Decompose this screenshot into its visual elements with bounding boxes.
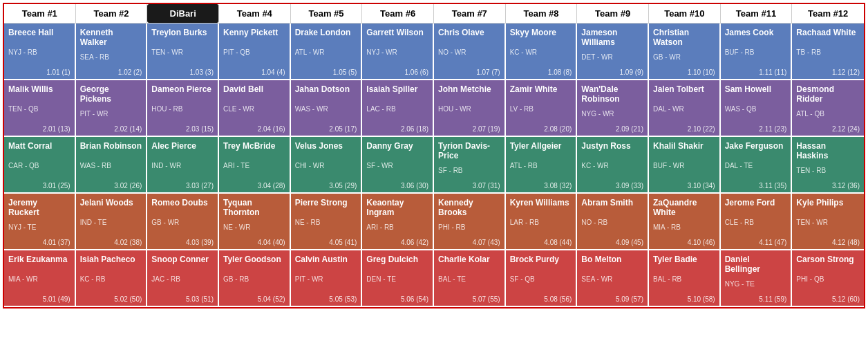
player-name: ZaQuandre White (653, 198, 715, 218)
pick-cell: Kyren WilliamsLAR - RB4.08 (44) (506, 194, 578, 249)
pick-cell: Treylon BurksTEN - WR1.03 (3) (147, 24, 219, 79)
pick-number: 1.11 (11) (725, 68, 787, 76)
pick-cell: Tyler GoodsonGB - RB5.04 (52) (219, 250, 291, 306)
player-info: NYG - WR (581, 110, 643, 118)
pick-cell: Jalen TolbertDAL - WR2.10 (22) (649, 80, 721, 136)
pick-cell: Zamir WhiteLV - RB2.08 (20) (506, 80, 578, 136)
pick-cell: Snoop ConnerJAC - RB5.03 (51) (147, 250, 219, 306)
player-name: Kennedy Brooks (438, 198, 500, 218)
team-header-2[interactable]: Team #2 (76, 4, 148, 23)
pick-number: 3.07 (31) (438, 182, 500, 190)
player-name: James Cook (725, 28, 787, 37)
pick-number: 1.01 (1) (8, 68, 70, 76)
player-name: Chris Olave (438, 28, 500, 37)
team-header-1[interactable]: Team #1 (4, 4, 76, 23)
pick-number: 3.08 (32) (510, 182, 572, 190)
pick-number: 2.03 (15) (151, 125, 214, 133)
player-name: Danny Gray (366, 141, 428, 151)
pick-cell: Hassan HaskinsTEN - RB3.12 (36) (792, 137, 864, 192)
team-header-6[interactable]: Team #6 (362, 4, 434, 23)
pick-cell: Daniel BellingerNYG - TE5.11 (59) (721, 250, 793, 306)
team-header-7[interactable]: Team #7 (434, 4, 506, 23)
pick-number: 1.10 (10) (653, 68, 715, 76)
pick-number: 1.08 (8) (510, 68, 572, 76)
player-name: Desmond Ridder (796, 84, 860, 104)
player-name: Charlie Kolar (438, 255, 500, 264)
team-header-11[interactable]: Team #11 (721, 4, 793, 23)
pick-cell: Jeremy RuckertNYJ - TE4.01 (37) (4, 194, 76, 249)
pick-cell: Isiah PachecoKC - RB5.02 (50) (76, 250, 148, 306)
pick-cell: Khalil ShakirBUF - WR3.10 (34) (649, 137, 721, 192)
pick-number: 1.05 (5) (295, 68, 357, 76)
player-name: Justyn Ross (581, 141, 643, 151)
player-name: Malik Willis (8, 84, 70, 94)
pick-cell: Abram SmithNO - RB4.09 (45) (577, 194, 649, 249)
pick-cell: Jerome FordCLE - RB4.11 (47) (721, 194, 793, 249)
pick-number: 4.01 (37) (8, 239, 70, 246)
player-info: CHI - WR (295, 162, 357, 169)
pick-number: 3.05 (29) (295, 182, 357, 190)
pick-cell: Drake LondonATL - WR1.05 (5) (291, 24, 363, 79)
pick-cell: Jake FergusonDAL - TE3.11 (35) (721, 137, 793, 192)
pick-cell: Breece HallNYJ - RB1.01 (1) (4, 24, 76, 79)
player-info: KC - WR (510, 48, 572, 56)
pick-cell: Pierre StrongNE - RB4.05 (41) (291, 194, 363, 249)
pick-cell: Tyler BadieBAL - RB5.10 (58) (649, 250, 721, 306)
team-header-9[interactable]: Team #9 (577, 4, 649, 23)
pick-number: 2.09 (21) (581, 125, 643, 133)
pick-number: 4.06 (42) (366, 239, 428, 246)
team-header-3[interactable]: DiBari (147, 4, 219, 23)
pick-number: 2.05 (17) (295, 125, 357, 133)
player-name: David Bell (223, 84, 285, 94)
pick-number: 4.09 (45) (581, 239, 643, 246)
player-info: PIT - WR (80, 110, 142, 118)
team-header-8[interactable]: Team #8 (506, 4, 578, 23)
pick-cell: Kennedy BrooksPHI - RB4.07 (43) (434, 194, 506, 249)
player-info: KC - WR (581, 162, 643, 169)
pick-cell: Jelani WoodsIND - TE4.02 (38) (76, 194, 148, 249)
pick-number: 5.06 (54) (366, 295, 428, 303)
player-name: Daniel Bellinger (725, 255, 787, 275)
pick-number: 3.10 (34) (653, 182, 715, 190)
pick-cell: ZaQuandre WhiteMIA - RB4.10 (46) (649, 194, 721, 249)
player-name: Jake Ferguson (725, 141, 787, 151)
player-name: Alec Pierce (151, 141, 214, 151)
draft-board: Team #1Team #2DiBariTeam #4Team #5Team #… (3, 3, 865, 308)
pick-cell: Trey McBrideARI - TE3.04 (28) (219, 137, 291, 192)
team-header-5[interactable]: Team #5 (291, 4, 363, 23)
player-name: Zamir White (510, 84, 572, 94)
team-header-12[interactable]: Team #12 (792, 4, 864, 23)
pick-number: 2.04 (16) (223, 125, 285, 133)
pick-cell: Sam HowellWAS - QB2.11 (23) (721, 80, 793, 136)
pick-number: 4.08 (44) (510, 239, 572, 246)
pick-number: 3.03 (27) (151, 182, 214, 190)
player-info: MIA - WR (8, 275, 70, 283)
player-info: NE - WR (223, 223, 285, 231)
pick-cell: Kenny PickettPIT - QB1.04 (4) (219, 24, 291, 79)
pick-number: 3.02 (26) (80, 182, 142, 190)
player-name: Pierre Strong (295, 198, 357, 208)
pick-cell: Skyy MooreKC - WR1.08 (8) (506, 24, 578, 79)
pick-number: 1.04 (4) (223, 68, 285, 76)
player-name: Hassan Haskins (796, 141, 860, 161)
player-name: Brian Robinson (80, 141, 142, 151)
pick-cell: James CookBUF - RB1.11 (11) (721, 24, 793, 79)
team-header-10[interactable]: Team #10 (649, 4, 721, 23)
pick-cell: Bo MeltonSEA - WR5.09 (57) (577, 250, 649, 306)
pick-cell: Desmond RidderATL - QB2.12 (24) (792, 80, 864, 136)
pick-cell: Erik EzukanmaMIA - WR5.01 (49) (4, 250, 76, 306)
pick-cell: Brock PurdySF - QB5.08 (56) (506, 250, 578, 306)
pick-number: 2.11 (23) (725, 125, 787, 133)
header-row: Team #1Team #2DiBariTeam #4Team #5Team #… (4, 4, 864, 24)
pick-cell: Isaiah SpillerLAC - RB2.06 (18) (362, 80, 434, 136)
pick-cell: John MetchieHOU - WR2.07 (19) (434, 80, 506, 136)
player-info: WAS - QB (725, 105, 787, 113)
player-info: GB - WR (151, 219, 214, 226)
player-name: Carson Strong (796, 255, 860, 264)
pick-number: 4.12 (48) (796, 239, 860, 246)
player-name: Drake London (295, 28, 357, 37)
player-info: NYJ - RB (8, 48, 70, 56)
team-header-4[interactable]: Team #4 (219, 4, 291, 23)
player-info: JAC - RB (151, 275, 214, 283)
player-name: Khalil Shakir (653, 141, 715, 151)
